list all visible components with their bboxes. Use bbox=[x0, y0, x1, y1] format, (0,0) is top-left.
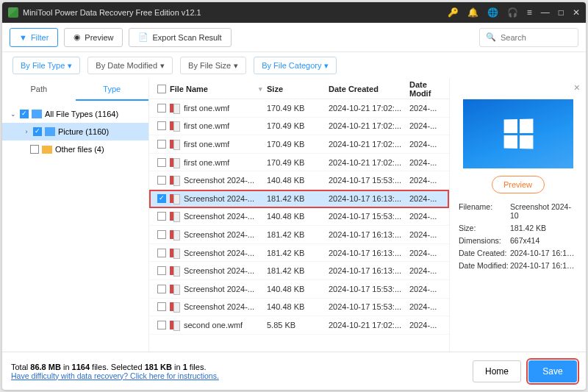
file-icon bbox=[170, 284, 180, 294]
table-row[interactable]: first one.wmf170.49 KB2024-10-21 17:02:.… bbox=[149, 154, 449, 172]
table-row[interactable]: Screenshot 2024-...181.42 KB2024-10-17 1… bbox=[149, 244, 449, 263]
file-size: 5.85 KB bbox=[267, 321, 329, 329]
chevron-down-icon: ▾ bbox=[68, 61, 72, 71]
filter-by-category[interactable]: By File Category▾ bbox=[254, 57, 337, 74]
file-date-created: 2024-10-21 17:02:... bbox=[329, 158, 409, 167]
file-date-modified: 2024-... bbox=[409, 194, 445, 203]
tree-root[interactable]: ⌄ All File Types (1164) bbox=[2, 105, 148, 123]
file-name: second one.wmf bbox=[184, 321, 243, 329]
tab-type[interactable]: Type bbox=[76, 79, 149, 101]
select-all-checkbox[interactable] bbox=[157, 85, 166, 93]
preview-meta: Filename:Screenshot 2024-10 Size:181.42 … bbox=[459, 202, 577, 270]
export-button[interactable]: 📄Export Scan Result bbox=[129, 28, 231, 47]
col-date-modified[interactable]: Date Modif bbox=[409, 80, 445, 98]
table-row[interactable]: second one.wmf5.85 KB2024-10-21 17:02:..… bbox=[149, 316, 449, 335]
sort-icon: ▾ bbox=[259, 85, 267, 93]
key-icon[interactable]: 🔑 bbox=[448, 7, 459, 18]
main-panel: File Name▾ Size Date Created Date Modif … bbox=[149, 79, 586, 352]
monitor-icon bbox=[32, 110, 42, 118]
row-checkbox[interactable] bbox=[157, 176, 166, 185]
row-checkbox[interactable] bbox=[157, 158, 166, 167]
row-checkbox[interactable] bbox=[157, 212, 166, 221]
file-name: first one.wmf bbox=[184, 104, 229, 113]
file-date-created: 2024-10-21 17:02:... bbox=[329, 121, 409, 130]
file-name: Screenshot 2024-... bbox=[184, 176, 254, 185]
search-input[interactable]: 🔍 bbox=[479, 28, 578, 47]
checkbox[interactable] bbox=[20, 110, 29, 118]
filter-by-type[interactable]: By File Type▾ bbox=[12, 57, 80, 74]
row-checkbox[interactable] bbox=[157, 121, 166, 130]
col-filename[interactable]: File Name▾ bbox=[170, 85, 267, 93]
tab-path[interactable]: Path bbox=[2, 79, 76, 101]
file-icon bbox=[170, 121, 180, 131]
chevron-right-icon: › bbox=[23, 128, 30, 135]
table-row[interactable]: first one.wmf170.49 KB2024-10-21 17:02:.… bbox=[149, 135, 449, 154]
filter-by-date[interactable]: By Date Modified▾ bbox=[87, 57, 173, 74]
file-icon bbox=[170, 193, 180, 204]
menu-icon[interactable]: ≡ bbox=[527, 7, 532, 18]
file-name: first one.wmf bbox=[184, 121, 229, 130]
preview-button[interactable]: ◉Preview bbox=[64, 28, 123, 47]
export-icon: 📄 bbox=[138, 32, 148, 42]
file-date-created: 2024-10-17 15:53:... bbox=[329, 302, 409, 311]
file-date-modified: 2024-... bbox=[409, 230, 445, 239]
row-checkbox[interactable] bbox=[157, 302, 166, 311]
save-button[interactable]: Save bbox=[528, 360, 577, 382]
checkbox[interactable] bbox=[30, 145, 39, 154]
row-checkbox[interactable] bbox=[157, 140, 166, 149]
bell-icon[interactable]: 🔔 bbox=[467, 7, 478, 18]
tree-picture[interactable]: › Picture (1160) bbox=[2, 123, 148, 140]
table-row[interactable]: Screenshot 2024-...181.42 KB2024-10-17 1… bbox=[149, 262, 449, 280]
file-name: Screenshot 2024-... bbox=[184, 194, 254, 203]
close-icon[interactable]: ✕ bbox=[573, 7, 580, 18]
window-title: MiniTool Power Data Recovery Free Editio… bbox=[23, 8, 448, 17]
table-row[interactable]: first one.wmf170.49 KB2024-10-21 17:02:.… bbox=[149, 118, 449, 136]
file-name: Screenshot 2024-... bbox=[184, 285, 254, 293]
home-button[interactable]: Home bbox=[473, 360, 521, 382]
file-date-modified: 2024-... bbox=[409, 285, 445, 293]
file-date-modified: 2024-... bbox=[409, 158, 445, 167]
row-checkbox[interactable] bbox=[157, 321, 166, 329]
file-name: Screenshot 2024-... bbox=[184, 302, 254, 311]
filter-by-size[interactable]: By File Size▾ bbox=[180, 57, 246, 74]
table-row[interactable]: Screenshot 2024-...140.48 KB2024-10-17 1… bbox=[149, 299, 449, 317]
chevron-down-icon: ▾ bbox=[160, 61, 165, 71]
help-link[interactable]: Have difficulty with data recovery? Clic… bbox=[11, 371, 219, 380]
preview-open-button[interactable]: Preview bbox=[492, 176, 545, 193]
file-date-created: 2024-10-17 16:13:... bbox=[329, 230, 409, 239]
table-row[interactable]: Screenshot 2024-...181.42 KB2024-10-17 1… bbox=[149, 226, 449, 244]
tree-label: All File Types (1164) bbox=[45, 110, 118, 118]
row-checkbox[interactable] bbox=[157, 249, 166, 257]
file-icon bbox=[170, 266, 180, 276]
content-area: Path Type ⌄ All File Types (1164) › Pict… bbox=[2, 79, 586, 352]
close-preview-icon[interactable]: × bbox=[574, 82, 580, 93]
chevron-down-icon: ⌄ bbox=[10, 110, 17, 118]
maximize-icon[interactable]: □ bbox=[559, 7, 564, 18]
filter-button[interactable]: ▼Filter bbox=[10, 28, 58, 47]
row-checkbox[interactable] bbox=[157, 230, 166, 239]
file-date-modified: 2024-... bbox=[409, 140, 445, 149]
row-checkbox[interactable] bbox=[157, 104, 166, 113]
table-row[interactable]: Screenshot 2024-...140.48 KB2024-10-17 1… bbox=[149, 208, 449, 227]
table-row[interactable]: Screenshot 2024-...181.42 KB2024-10-17 1… bbox=[149, 190, 449, 208]
file-date-modified: 2024-... bbox=[409, 121, 445, 130]
file-size: 181.42 KB bbox=[267, 249, 329, 257]
col-date-created[interactable]: Date Created bbox=[329, 85, 409, 93]
table-row[interactable]: first one.wmf170.49 KB2024-10-21 17:02:.… bbox=[149, 99, 449, 118]
col-size[interactable]: Size bbox=[267, 85, 329, 93]
minimize-icon[interactable]: — bbox=[541, 7, 550, 18]
headphone-icon[interactable]: 🎧 bbox=[507, 7, 518, 18]
table-row[interactable]: Screenshot 2024-...140.48 KB2024-10-17 1… bbox=[149, 280, 449, 299]
file-date-modified: 2024-... bbox=[409, 249, 445, 257]
row-checkbox[interactable] bbox=[157, 194, 166, 203]
table-row[interactable]: Screenshot 2024-...140.48 KB2024-10-17 1… bbox=[149, 171, 449, 190]
file-icon bbox=[170, 103, 180, 113]
tree-other[interactable]: Other files (4) bbox=[2, 140, 148, 158]
file-size: 170.49 KB bbox=[267, 104, 329, 113]
meta-date-created: 2024-10-17 16:13:54 bbox=[510, 249, 577, 257]
row-checkbox[interactable] bbox=[157, 285, 166, 293]
globe-icon[interactable]: 🌐 bbox=[487, 7, 498, 18]
row-checkbox[interactable] bbox=[157, 266, 166, 275]
file-date-created: 2024-10-17 16:13:... bbox=[329, 194, 409, 203]
checkbox[interactable] bbox=[33, 127, 42, 136]
